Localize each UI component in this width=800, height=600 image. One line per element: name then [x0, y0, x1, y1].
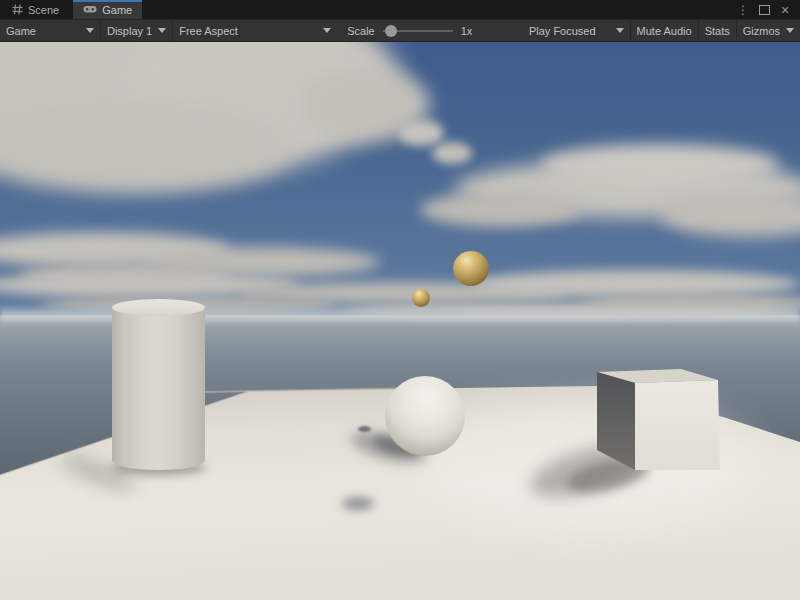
gizmos-popup[interactable]: Gizmos — [737, 20, 800, 41]
scale-label: Scale — [347, 25, 375, 37]
maximize-icon[interactable] — [757, 3, 771, 17]
game-view-toolbar: Game Display 1 Free Aspect Scale 1x Play… — [0, 19, 800, 42]
tab-scene[interactable]: Scene — [2, 0, 69, 19]
aspect-popup[interactable]: Free Aspect — [173, 20, 337, 41]
cube-object — [0, 42, 800, 600]
grid-icon — [12, 4, 23, 15]
scale-control: Scale 1x — [337, 25, 482, 37]
game-viewport[interactable] — [0, 42, 800, 600]
close-icon[interactable]: × — [778, 3, 792, 17]
scale-value: 1x — [461, 25, 473, 37]
tab-bar: Scene Game ⋮ × — [0, 0, 800, 19]
tab-game-label: Game — [102, 4, 132, 16]
chevron-down-icon — [616, 28, 624, 33]
chevron-down-icon — [786, 28, 794, 33]
window-controls: ⋮ × — [736, 0, 800, 19]
chevron-down-icon — [158, 28, 166, 33]
display-popup[interactable]: Display 1 — [101, 20, 172, 41]
more-vertical-icon[interactable]: ⋮ — [736, 3, 750, 17]
toolbar-right-group: Play Focused Mute Audio Stats Gizmos — [523, 20, 800, 41]
chevron-down-icon — [86, 28, 94, 33]
play-focused-popup[interactable]: Play Focused — [523, 20, 630, 41]
scale-slider[interactable] — [383, 30, 453, 32]
mute-audio-button[interactable]: Mute Audio — [631, 20, 698, 41]
tab-scene-label: Scene — [28, 4, 59, 16]
stats-button[interactable]: Stats — [699, 20, 736, 41]
game-popup[interactable]: Game — [0, 20, 100, 41]
tab-game[interactable]: Game — [73, 0, 142, 19]
scale-slider-knob[interactable] — [385, 25, 397, 37]
unity-game-window: Scene Game ⋮ × Game Display 1 Fr — [0, 0, 800, 600]
gamepad-icon — [83, 5, 97, 14]
chevron-down-icon — [323, 28, 331, 33]
gold-sphere-small — [412, 289, 430, 307]
gold-sphere-large — [453, 251, 489, 286]
